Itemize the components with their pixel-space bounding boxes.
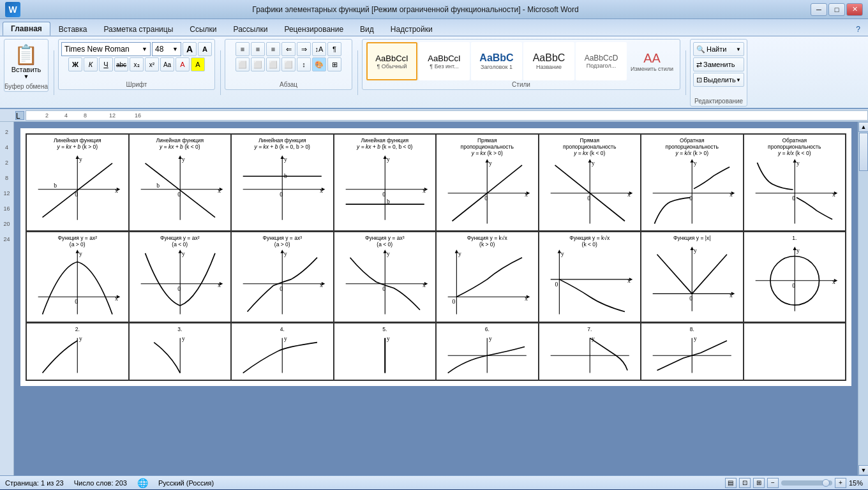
- document-area[interactable]: Линейная функцияy = kx + b (k > 0) x y 0…: [14, 122, 858, 475]
- svg-text:b: b: [54, 182, 57, 189]
- vertical-ruler: 2 4 2 8 12 16 20 24: [0, 122, 14, 475]
- svg-text:x: x: [832, 191, 835, 198]
- tab-addins[interactable]: Надстройки: [382, 22, 441, 36]
- select-button[interactable]: ⊡ Выделить ▼: [693, 73, 744, 87]
- tab-mail[interactable]: Рассылки: [225, 22, 276, 36]
- font-grow-button[interactable]: A: [183, 42, 197, 56]
- svg-text:y: y: [386, 156, 389, 163]
- graph-svg-10: x y 0: [132, 249, 228, 318]
- close-button[interactable]: ✕: [846, 3, 863, 16]
- graph-cell-r3-7: 8. y: [641, 323, 744, 381]
- graph-svg-11: x y 0: [234, 249, 331, 318]
- bullets-button[interactable]: ≡: [236, 42, 250, 56]
- bold-button[interactable]: Ж: [68, 57, 82, 71]
- graph-title-r3-2: 3.: [177, 326, 182, 332]
- highlight-button[interactable]: A: [191, 57, 205, 71]
- para-list-row: ≡ ≡ ≡ ⇐ ⇒ ↕A ¶: [236, 42, 341, 56]
- style-aa-btn[interactable]: AA Изменить стили: [628, 42, 676, 80]
- ruler-corner[interactable]: L: [15, 111, 24, 120]
- change-style-label: Изменить стили: [631, 66, 673, 72]
- clipboard-group: 📋 Вставить ▼ Буфер обмена: [4, 39, 49, 92]
- numbering-button[interactable]: ≡: [251, 42, 265, 56]
- find-label: Найти: [707, 45, 726, 53]
- tab-layout[interactable]: Разметка страницы: [95, 22, 181, 36]
- graph-svg-8: x y 0: [747, 158, 843, 228]
- editing-label: Редактирование: [691, 98, 747, 105]
- style-subtitle[interactable]: AaBbCcD Подзагол...: [576, 42, 627, 80]
- paste-dropdown[interactable]: ▼: [24, 73, 29, 80]
- graph-cell-6: Прямаяпропорциональностьy = kx (k < 0) x…: [539, 134, 641, 231]
- subscript-button[interactable]: x₂: [130, 57, 144, 71]
- svg-text:y: y: [489, 160, 492, 167]
- superscript-button[interactable]: x²: [145, 57, 159, 71]
- zoom-in-button[interactable]: +: [835, 478, 846, 488]
- divider-3: [357, 50, 358, 95]
- view-print-button[interactable]: ▤: [725, 478, 737, 488]
- words-count: 203: [116, 479, 127, 487]
- multilevel-button[interactable]: ≡: [266, 42, 280, 56]
- styles-group: AaBbCcI ¶ Обычный AaBbCcI ¶ Без инт... A…: [362, 39, 680, 90]
- replace-button[interactable]: ⇄ Заменить: [693, 57, 744, 71]
- shading-button[interactable]: 🎨: [312, 57, 326, 71]
- align-justify-button[interactable]: ⬜: [281, 57, 296, 71]
- text-color-button[interactable]: A: [176, 57, 190, 71]
- align-center-button[interactable]: ⬜: [251, 57, 265, 71]
- align-left-button[interactable]: ⬜: [236, 57, 250, 71]
- tab-insert[interactable]: Вставка: [50, 22, 96, 36]
- svg-text:0: 0: [453, 299, 456, 306]
- clear-format-button[interactable]: Aa: [160, 57, 174, 71]
- find-button[interactable]: 🔍 Найти ▼: [693, 42, 744, 56]
- scroll-thumb[interactable]: [859, 133, 868, 171]
- style-title[interactable]: AaBbC Название: [523, 42, 574, 80]
- view-fullscreen-button[interactable]: ⊡: [739, 478, 751, 488]
- indent-dec-button[interactable]: ⇐: [281, 42, 296, 56]
- page-status: Страница: 1 из 23: [5, 479, 64, 487]
- paste-button[interactable]: 📋 Вставить ▼: [8, 42, 45, 81]
- scroll-down-button[interactable]: ▼: [858, 465, 868, 475]
- font-size-box[interactable]: 48 ▼: [152, 42, 181, 56]
- graph-cell-2: Линейная функцияy = kx + b (k < 0) x y 0…: [129, 134, 232, 231]
- tab-refs[interactable]: Ссылки: [181, 22, 225, 36]
- graph-title-r3-5: 6.: [485, 326, 490, 332]
- zoom-thumb[interactable]: [822, 479, 830, 487]
- font-group: Times New Roman ▼ 48 ▼ A A Ж К Ч abc x₂: [58, 39, 215, 90]
- style-heading1[interactable]: AaBbC Заголовок 1: [471, 42, 522, 80]
- sort-button[interactable]: ↕A: [312, 42, 326, 56]
- divider-1: [54, 50, 54, 95]
- italic-button[interactable]: К: [84, 57, 98, 71]
- maximize-button[interactable]: □: [828, 3, 845, 16]
- style-normal[interactable]: AaBbCcI ¶ Обычный: [366, 42, 417, 80]
- tab-review[interactable]: Рецензирование: [276, 22, 352, 36]
- view-web-button[interactable]: ⊞: [753, 478, 765, 488]
- font-name-arrow[interactable]: ▼: [142, 46, 147, 52]
- underline-button[interactable]: Ч: [99, 57, 113, 71]
- align-right-button[interactable]: ⬜: [266, 57, 280, 71]
- find-arrow[interactable]: ▼: [736, 47, 741, 52]
- scroll-up-button[interactable]: ▲: [858, 122, 868, 132]
- borders-button[interactable]: ⊞: [327, 57, 341, 71]
- graph-cell-r3-5: 6. y: [436, 323, 539, 381]
- graph-svg-1: x y 0 b: [29, 151, 126, 228]
- tab-help-icon[interactable]: ?: [851, 23, 865, 36]
- minimize-button[interactable]: ─: [811, 3, 827, 16]
- style-nospace[interactable]: AaBbCcI ¶ Без инт...: [419, 42, 470, 80]
- select-arrow[interactable]: ▼: [736, 77, 741, 83]
- font-shrink-button[interactable]: A: [198, 42, 212, 56]
- strikethrough-button[interactable]: abc: [114, 57, 128, 71]
- tab-view[interactable]: Вид: [352, 22, 382, 36]
- graph-cell-r3-4: 5. y: [334, 323, 437, 381]
- ribbon-tabs: Главная Вставка Разметка страницы Ссылки…: [0, 19, 868, 36]
- graph-svg-3: x y 0 b: [234, 151, 331, 228]
- font-name-box[interactable]: Times New Roman ▼: [61, 42, 151, 56]
- styles-label: Стили: [363, 81, 680, 88]
- show-marks-button[interactable]: ¶: [327, 42, 341, 56]
- scroll-track[interactable]: [858, 132, 868, 465]
- zoom-slider[interactable]: [781, 480, 832, 486]
- indent-inc-button[interactable]: ⇒: [297, 42, 311, 56]
- zoom-out-button[interactable]: −: [767, 478, 779, 488]
- line-spacing-button[interactable]: ↕: [297, 57, 311, 71]
- tab-home[interactable]: Главная: [3, 22, 50, 36]
- font-format-row: Ж К Ч abc x₂ x² Aa A A: [68, 57, 205, 71]
- graph-cell-7: Обратнаяпропорциональностьy = k/x (k > 0…: [641, 134, 744, 231]
- font-size-arrow[interactable]: ▼: [172, 46, 178, 52]
